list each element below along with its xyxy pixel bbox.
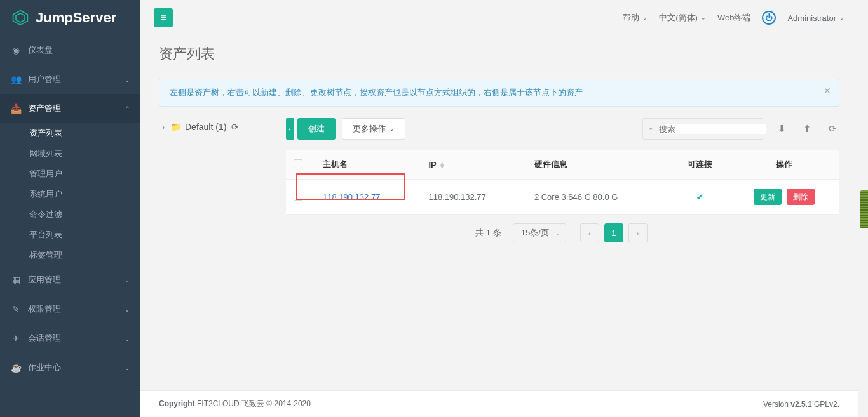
chevron-up-icon: ⌃ [125, 105, 130, 112]
page-title: 资产列表 [140, 36, 858, 79]
asset-tree: › 📁 Default (1) ⟳ [159, 118, 286, 242]
chevron-down-icon: ⌄ [125, 306, 130, 313]
tree-root-node[interactable]: › 📁 Default (1) ⟳ [159, 122, 286, 132]
footer-copyright: Copyright FIT2CLOUD 飞致云 © 2014-2020 [159, 399, 311, 409]
page-number-button[interactable]: 1 [604, 223, 623, 242]
nav-system-user[interactable]: 系统用户 [0, 184, 140, 204]
col-ip[interactable]: IP▲▼ [421, 150, 526, 180]
table-row: 118.190.132.77 118.190.132.77 2 Core 3.6… [286, 180, 839, 215]
page-size-select[interactable]: 15条/页⌄ [513, 223, 566, 242]
tree-collapse-handle[interactable]: ‹ [286, 118, 294, 140]
tree-refresh-icon[interactable]: ⟳ [231, 122, 239, 132]
filter-dropdown-icon[interactable]: ▾ [649, 126, 653, 132]
nav-label: 平台列表 [29, 229, 62, 241]
chevron-down-icon: ⌄ [390, 126, 395, 132]
nav-label: 权限管理 [28, 303, 61, 315]
hamburger-icon: ≡ [160, 12, 166, 23]
nav-label: 用户管理 [28, 74, 61, 85]
rocket-icon: ✈ [10, 333, 22, 343]
row-checkbox[interactable] [294, 192, 302, 201]
nav-session-mgmt[interactable]: ✈会话管理⌄ [0, 324, 140, 353]
users-icon: 👥 [10, 74, 22, 84]
sidebar-nav: ◉仪表盘 👥用户管理⌄ 📥资产管理⌃ 资产列表 网域列表 管理用户 系统用户 命… [0, 36, 140, 382]
nav-asset-list[interactable]: 资产列表 [0, 123, 140, 143]
nav-label: 会话管理 [28, 333, 61, 344]
chevron-down-icon: ⌄ [555, 230, 560, 236]
logo-icon [11, 9, 29, 27]
nav-label: 资产管理 [28, 103, 61, 114]
prev-page-button[interactable]: ‹ [580, 223, 599, 242]
chevron-down-icon: ⌄ [642, 15, 648, 21]
alert-text: 左侧是资产树，右击可以新建、删除、更改树节点，授权资产也是以节点方式组织的，右侧… [170, 88, 583, 97]
more-actions-button[interactable]: 更多操作⌄ [342, 118, 405, 140]
update-button[interactable]: 更新 [754, 189, 782, 205]
chevron-down-icon: ⌄ [125, 335, 130, 342]
nav-label: 管理用户 [29, 168, 62, 180]
nav-cmd-filter[interactable]: 命令过滤 [0, 204, 140, 225]
th-label: IP [428, 160, 436, 169]
create-button[interactable]: 创建 [297, 118, 336, 140]
side-handle[interactable] [860, 190, 868, 228]
search-box[interactable]: ▾ [642, 118, 763, 140]
web-terminal-link[interactable]: Web终端 [717, 12, 751, 23]
sort-icon: ▲▼ [439, 162, 445, 168]
col-hostname[interactable]: 主机名 [315, 150, 421, 180]
folder-icon: 📁 [170, 122, 181, 132]
nav-platform-list[interactable]: 平台列表 [0, 225, 140, 245]
nav-label: 资产列表 [29, 128, 62, 139]
footer: Copyright FIT2CLOUD 飞致云 © 2014-2020 Vers… [140, 390, 858, 417]
nav-label: 仪表盘 [28, 44, 53, 56]
nav-perm-mgmt[interactable]: ✎权限管理⌄ [0, 295, 140, 324]
toolbar: ‹ 创建 更多操作⌄ ▾ ⬇ ⬆ ⟳ [286, 118, 839, 140]
nav-label: 命令过滤 [29, 209, 62, 220]
info-alert: 左侧是资产树，右击可以新建、删除、更改树节点，授权资产也是以节点方式组织的，右侧… [159, 79, 839, 107]
reachable-check-icon: ✔ [696, 192, 703, 202]
next-page-button[interactable]: › [628, 223, 648, 242]
user-name: Administrator [787, 13, 836, 23]
sidebar: JumpServer ◉仪表盘 👥用户管理⌄ 📥资产管理⌃ 资产列表 网域列表 … [0, 0, 140, 417]
pagination-total: 共 1 条 [475, 227, 501, 239]
chevron-down-icon: ⌄ [701, 15, 706, 21]
select-all-checkbox[interactable] [294, 159, 302, 168]
button-label: 删除 [793, 192, 808, 202]
alert-close[interactable]: ✕ [824, 86, 831, 96]
brand-logo[interactable]: JumpServer [0, 0, 140, 36]
th-label: 操作 [776, 159, 792, 169]
tree-expand-icon[interactable]: › [159, 122, 168, 132]
chevron-down-icon: ⌄ [839, 15, 844, 21]
nav-admin-user[interactable]: 管理用户 [0, 164, 140, 184]
nav-user-mgmt[interactable]: 👥用户管理⌄ [0, 65, 140, 94]
ip-cell: 118.190.132.77 [421, 180, 526, 215]
asset-panel: ‹ 创建 更多操作⌄ ▾ ⬇ ⬆ ⟳ 主 [286, 118, 839, 242]
nav-asset-mgmt[interactable]: 📥资产管理⌃ [0, 94, 140, 123]
lang-select[interactable]: 中文(简体)⌄ [659, 12, 706, 23]
nav-domain-list[interactable]: 网域列表 [0, 143, 140, 164]
hostname-link[interactable]: 118.190.132.77 [323, 192, 380, 202]
user-menu[interactable]: Administrator⌄ [787, 13, 844, 23]
search-input[interactable] [659, 124, 766, 134]
button-label: 创建 [308, 123, 325, 135]
th-label: 主机名 [323, 159, 348, 169]
nav-label-mgmt[interactable]: 标签管理 [0, 245, 140, 265]
topbar: ≡ 帮助⌄ 中文(简体)⌄ Web终端 ⏻ Administrator⌄ [140, 0, 858, 36]
table-header-row: 主机名 IP▲▼ 硬件信息 可连接 操作 [286, 150, 839, 180]
button-label: 更多操作 [353, 123, 386, 135]
svg-marker-1 [16, 13, 25, 22]
grid-icon: ▦ [10, 275, 22, 285]
power-icon[interactable]: ⏻ [762, 11, 776, 25]
import-icon[interactable]: ⬆ [800, 123, 814, 135]
nav-app-mgmt[interactable]: ▦应用管理⌄ [0, 265, 140, 295]
chevron-down-icon: ⌄ [125, 364, 130, 371]
nav-label: 标签管理 [29, 249, 62, 261]
delete-button[interactable]: 删除 [787, 189, 815, 205]
nav-job-center[interactable]: ☕作业中心⌄ [0, 353, 140, 382]
dashboard-icon: ◉ [10, 45, 22, 55]
nav-label: 应用管理 [28, 274, 61, 286]
nav-label: 作业中心 [28, 362, 61, 373]
help-link[interactable]: 帮助⌄ [623, 12, 648, 23]
refresh-icon[interactable]: ⟳ [825, 123, 839, 135]
export-icon[interactable]: ⬇ [775, 123, 789, 135]
sidebar-toggle[interactable]: ≡ [154, 8, 173, 27]
nav-dashboard[interactable]: ◉仪表盘 [0, 36, 140, 65]
hardware-cell: 2 Core 3.646 G 80.0 G [527, 180, 670, 215]
